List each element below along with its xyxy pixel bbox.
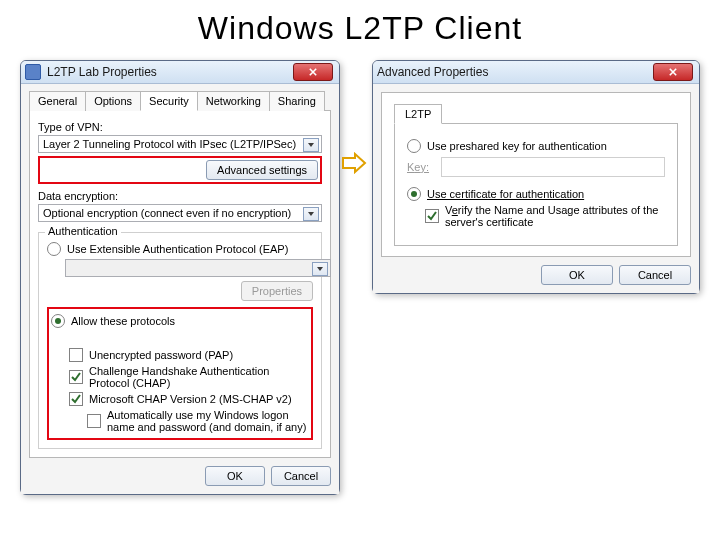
certificate-radio[interactable] (407, 187, 421, 201)
tab-general[interactable]: General (29, 91, 86, 111)
tab-options[interactable]: Options (85, 91, 141, 111)
eap-radio[interactable] (47, 242, 61, 256)
ok-button[interactable]: OK (205, 466, 265, 486)
eap-label: Use Extensible Authentication Protocol (… (67, 243, 288, 255)
eap-method-select (65, 259, 331, 277)
autologon-label: Automatically use my Windows logon name … (107, 409, 309, 433)
psk-label: Use preshared key for authentication (427, 140, 607, 152)
key-label: Key: (407, 161, 441, 173)
data-encryption-select[interactable]: Optional encryption (connect even if no … (38, 204, 322, 222)
authentication-group: Authentication Use Extensible Authentica… (38, 232, 322, 449)
check-icon (71, 394, 81, 404)
close-button[interactable] (293, 63, 333, 81)
tab-sharing[interactable]: Sharing (269, 91, 325, 111)
pap-checkbox[interactable] (69, 348, 83, 362)
chap-label: Challenge Handshake Authentication Proto… (89, 365, 309, 389)
allow-protocols-radio[interactable] (51, 314, 65, 328)
chevron-down-icon (303, 207, 319, 221)
certificate-label: Use certificate for authentication (427, 188, 584, 200)
svg-marker-1 (308, 212, 314, 216)
verify-cert-checkbox[interactable] (425, 209, 439, 223)
properties-button: Properties (241, 281, 313, 301)
arrow-icon (341, 152, 367, 174)
svg-marker-2 (317, 267, 323, 271)
cancel-button[interactable]: Cancel (619, 265, 691, 285)
close-icon (309, 68, 317, 76)
check-icon (71, 372, 81, 382)
chevron-down-icon (312, 262, 328, 276)
titlebar[interactable]: L2TP Lab Properties (21, 61, 339, 84)
window-title: Advanced Properties (377, 65, 488, 79)
cancel-button[interactable]: Cancel (271, 466, 331, 486)
vpn-type-select[interactable]: Layer 2 Tunneling Protocol with IPsec (L… (38, 135, 322, 153)
page-title: Windows L2TP Client (0, 10, 720, 47)
advanced-settings-button[interactable]: Advanced settings (206, 160, 318, 180)
check-icon (427, 211, 437, 221)
allow-protocols-label: Allow these protocols (71, 315, 175, 327)
tab-networking[interactable]: Networking (197, 91, 270, 111)
chevron-down-icon (303, 138, 319, 152)
svg-marker-0 (308, 143, 314, 147)
psk-radio[interactable] (407, 139, 421, 153)
window-icon (25, 64, 41, 80)
type-of-vpn-label: Type of VPN: (38, 121, 322, 133)
vpn-type-value: Layer 2 Tunneling Protocol with IPsec (L… (43, 138, 296, 150)
data-encryption-label: Data encryption: (38, 190, 322, 202)
titlebar[interactable]: Advanced Properties (373, 61, 699, 84)
tab-security[interactable]: Security (140, 91, 198, 111)
data-encryption-value: Optional encryption (connect even if no … (43, 207, 291, 219)
svg-marker-3 (343, 154, 365, 172)
ok-button[interactable]: OK (541, 265, 613, 285)
l2tp-properties-window: L2TP Lab Properties General Options Secu… (20, 60, 340, 495)
advanced-properties-window: Advanced Properties L2TP Use preshared k… (372, 60, 700, 294)
tabs: L2TP (394, 103, 678, 124)
chap-checkbox[interactable] (69, 370, 83, 384)
close-icon (669, 68, 677, 76)
tab-l2tp[interactable]: L2TP (394, 104, 442, 124)
pap-label: Unencrypted password (PAP) (89, 349, 233, 361)
mschap-label: Microsoft CHAP Version 2 (MS-CHAP v2) (89, 393, 292, 405)
tabs: General Options Security Networking Shar… (29, 90, 331, 111)
window-title: L2TP Lab Properties (47, 65, 157, 79)
verify-cert-label: Verify the Name and Usage attributes of … (445, 204, 665, 228)
close-button[interactable] (653, 63, 693, 81)
authentication-legend: Authentication (45, 225, 121, 237)
psk-key-input (441, 157, 665, 177)
mschap-checkbox[interactable] (69, 392, 83, 406)
autologon-checkbox[interactable] (87, 414, 101, 428)
